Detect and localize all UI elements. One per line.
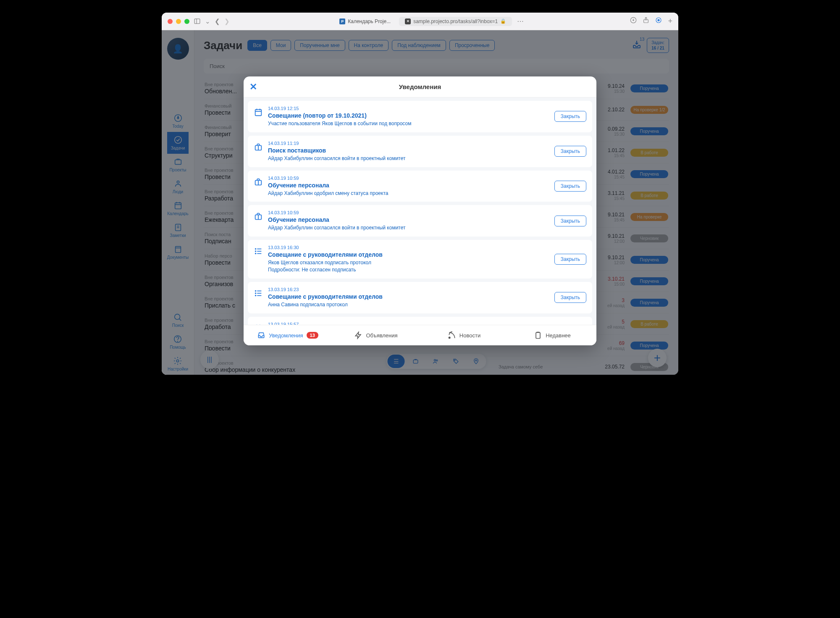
- modal-tabs: Уведомления 13 Объявления Новости Недавн…: [244, 325, 596, 345]
- svg-point-51: [255, 295, 256, 296]
- case-icon: [254, 212, 263, 223]
- new-tab-icon[interactable]: +: [668, 17, 672, 26]
- modal-tab-0[interactable]: Уведомления 13: [244, 325, 332, 345]
- lock-icon: 🔒: [500, 18, 506, 24]
- notification-timestamp: 13.03.19 15:57: [268, 322, 549, 325]
- back-icon[interactable]: ❮: [215, 18, 220, 25]
- notifications-list: 14.03.19 12:15 Совещание (повтор от 19.1…: [244, 97, 596, 325]
- share-icon[interactable]: [643, 17, 649, 26]
- modal-title: Уведомления: [399, 83, 441, 90]
- traffic-lights[interactable]: [168, 19, 189, 24]
- svg-point-5: [658, 19, 659, 21]
- svg-point-56: [449, 337, 450, 338]
- notification-title: Обучение персонала: [268, 216, 549, 223]
- notification-desc: Айдар Хабибуллин согласился войти в прое…: [268, 155, 549, 162]
- modal-tab-3[interactable]: Недавнее: [508, 325, 596, 345]
- close-window-icon[interactable]: [168, 19, 173, 24]
- browser-tab[interactable]: P Календарь Proje...: [335, 17, 395, 26]
- dismiss-notification-button[interactable]: Закрыть: [554, 292, 586, 303]
- svg-point-50: [255, 293, 256, 294]
- url-text: sample.projecto.pro/tasks/all?inbox=1: [413, 18, 498, 24]
- notification-item[interactable]: 13.03.19 15:57 Встреча с HR-службой Игор…: [248, 317, 592, 325]
- notification-desc: Айдар Хабибуллин одобрил смену статуса п…: [268, 190, 549, 197]
- titlebar: ⌄ ❮ ❯ P Календарь Proje... ✕ sample.proj…: [162, 13, 678, 30]
- svg-rect-0: [194, 19, 200, 24]
- svg-rect-30: [255, 110, 262, 116]
- tab-favicon-icon: P: [339, 18, 345, 24]
- notification-item[interactable]: 14.03.19 12:15 Совещание (повтор от 19.1…: [248, 101, 592, 132]
- svg-point-45: [255, 253, 256, 254]
- notification-item[interactable]: 14.03.19 10:59 Обучение персонала Айдар …: [248, 205, 592, 237]
- maximize-window-icon[interactable]: [184, 19, 189, 24]
- dismiss-notification-button[interactable]: Закрыть: [554, 216, 586, 226]
- download-icon[interactable]: [630, 17, 637, 26]
- address-bar[interactable]: ✕ sample.projecto.pro/tasks/all?inbox=1 …: [399, 17, 512, 26]
- notification-item[interactable]: 13.03.19 16:23 Совещание с руководителям…: [248, 282, 592, 313]
- notification-title: Совещание (повтор от 19.10.2021): [268, 112, 549, 119]
- notification-timestamp: 14.03.19 10:59: [268, 176, 549, 181]
- tab-badge: 13: [307, 332, 318, 339]
- minimize-window-icon[interactable]: [176, 19, 181, 24]
- app-content: 👤 TodayЗадачиПроектыЛюдиКалендарьЗаметки…: [162, 30, 678, 375]
- notification-title: Обучение персонала: [268, 182, 549, 189]
- record-icon[interactable]: [655, 17, 662, 26]
- forward-icon[interactable]: ❯: [224, 18, 230, 25]
- dismiss-notification-button[interactable]: Закрыть: [554, 181, 586, 192]
- site-favicon-icon: ✕: [405, 18, 411, 24]
- close-modal-button[interactable]: ✕: [249, 82, 257, 92]
- modal-tab-2[interactable]: Новости: [420, 325, 508, 345]
- svg-point-43: [255, 249, 256, 250]
- notification-item[interactable]: 13.03.19 16:30 Совещание с руководителям…: [248, 240, 592, 279]
- modal-overlay[interactable]: ✕ Уведомления 14.03.19 12:15 Совещание (…: [162, 30, 678, 375]
- notification-desc: Яков Щеглов отказался подписать протокол…: [268, 259, 549, 273]
- notification-desc: Анна Савина подписала протокол: [268, 301, 549, 308]
- notification-item[interactable]: 14.03.19 10:59 Обучение персонала Айдар …: [248, 171, 592, 202]
- browser-window: ⌄ ❮ ❯ P Календарь Proje... ✕ sample.proj…: [162, 13, 678, 375]
- svg-point-44: [255, 251, 256, 252]
- case-icon: [254, 142, 263, 153]
- notification-timestamp: 14.03.19 10:59: [268, 210, 549, 215]
- dismiss-notification-button[interactable]: Закрыть: [554, 146, 586, 157]
- list-icon: [254, 289, 263, 300]
- cal-icon: [254, 108, 263, 118]
- notification-timestamp: 13.03.19 16:30: [268, 245, 549, 250]
- list-icon: [254, 247, 263, 258]
- notification-timestamp: 13.03.19 16:23: [268, 287, 549, 292]
- more-icon[interactable]: ⋯: [516, 17, 525, 25]
- notification-title: Совещание с руководителями отделов: [268, 251, 549, 258]
- sidebar-toggle-icon[interactable]: [194, 18, 201, 25]
- notification-timestamp: 14.03.19 12:15: [268, 106, 549, 111]
- notification-timestamp: 14.03.19 11:19: [268, 141, 549, 146]
- case-icon: [254, 177, 263, 188]
- dismiss-notification-button[interactable]: Закрыть: [554, 254, 586, 265]
- notification-item[interactable]: 14.03.19 11:19 Поиск поставщиков Айдар Х…: [248, 136, 592, 167]
- notification-desc: Айдар Хабибуллин согласился войти в прое…: [268, 224, 549, 231]
- notification-title: Поиск поставщиков: [268, 147, 549, 154]
- modal-header: ✕ Уведомления: [244, 76, 596, 97]
- chevron-down-icon[interactable]: ⌄: [205, 18, 210, 25]
- dismiss-notification-button[interactable]: Закрыть: [554, 111, 586, 122]
- modal-tab-1[interactable]: Объявления: [332, 325, 420, 345]
- svg-point-49: [255, 290, 256, 291]
- svg-rect-57: [536, 332, 540, 338]
- notification-desc: Участие пользователя Яков Щеглов в событ…: [268, 120, 549, 127]
- notification-title: Совещание с руководителями отделов: [268, 293, 549, 300]
- notifications-modal: ✕ Уведомления 14.03.19 12:15 Совещание (…: [244, 76, 596, 345]
- tab-title: Календарь Proje...: [348, 18, 391, 24]
